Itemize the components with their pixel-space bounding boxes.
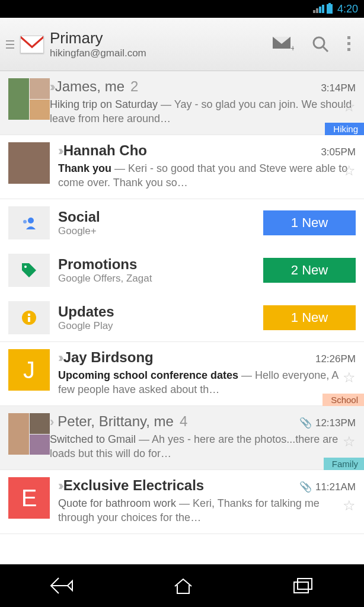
svg-point-9 — [24, 266, 27, 268]
email-thread[interactable]: E ›› Exclusive Electricals 📎11:21AM Quot… — [0, 470, 364, 534]
sender-name: Jay Birdsong — [63, 349, 154, 366]
star-icon[interactable]: ☆ — [343, 162, 356, 179]
category-sub: Google+ — [58, 225, 263, 237]
social-icon — [8, 206, 50, 239]
recents-button[interactable] — [293, 577, 314, 594]
battery-icon — [327, 4, 333, 14]
timestamp: 12:26PM — [315, 353, 356, 365]
subject: Upcoming school conference dates — [58, 369, 238, 381]
android-navbar — [0, 564, 364, 607]
message-count: 4 — [180, 413, 187, 430]
back-button[interactable] — [50, 577, 74, 595]
email-thread[interactable]: ›› Hannah Cho 3:05PM Thank you — Keri - … — [0, 135, 364, 199]
svg-line-3 — [323, 47, 328, 52]
subject: Switched to Gmail — [50, 433, 136, 445]
svg-point-8 — [23, 220, 27, 223]
label-badge[interactable]: Hiking — [325, 123, 364, 135]
category-updates[interactable]: UpdatesGoogle Play 1 New — [0, 294, 364, 341]
subject: Thank you — [58, 162, 111, 174]
star-icon[interactable]: ☆ — [343, 369, 356, 386]
label-badge[interactable]: Family — [324, 458, 364, 470]
category-title: Updates — [58, 304, 263, 320]
avatar[interactable] — [8, 142, 50, 184]
category-sub: Google Offers, Zagat — [58, 273, 263, 285]
message-count: 2 — [130, 78, 138, 95]
subject: Hiking trip on Saturday — [50, 98, 158, 110]
category-promotions[interactable]: PromotionsGoogle Offers, Zagat 2 New — [0, 247, 364, 294]
svg-text:+: + — [290, 43, 294, 52]
account-email[interactable]: hikingfan@gmail.com — [50, 47, 273, 59]
category-sub: Google Play — [58, 320, 263, 332]
new-badge: 1 New — [263, 305, 356, 330]
compose-icon[interactable]: + — [273, 37, 294, 52]
status-bar: 4:20 — [0, 0, 364, 18]
timestamp: 📎11:21AM — [299, 481, 356, 493]
svg-rect-6 — [347, 48, 350, 51]
menu-icon[interactable] — [6, 40, 17, 49]
label-badge[interactable]: School — [323, 394, 364, 406]
importance-marker-icon[interactable]: ›› — [58, 478, 61, 494]
timestamp: 📎12:13PM — [299, 417, 356, 429]
svg-rect-12 — [28, 317, 30, 322]
svg-rect-13 — [294, 582, 308, 593]
email-thread[interactable]: J ›› Jay Birdsong 12:26PM Upcoming schoo… — [0, 342, 364, 406]
signal-icon — [313, 5, 324, 13]
search-icon[interactable] — [312, 36, 330, 53]
email-thread[interactable]: ›› James, me 2 3:14PM Hiking trip on Sat… — [0, 71, 364, 135]
message-list[interactable]: ›› James, me 2 3:14PM Hiking trip on Sat… — [0, 71, 364, 564]
importance-marker-icon[interactable]: ›› — [58, 143, 61, 159]
gmail-icon — [20, 36, 44, 53]
updates-icon — [8, 301, 50, 334]
category-title: Social — [58, 209, 263, 225]
svg-rect-11 — [28, 314, 30, 316]
promotions-icon — [8, 254, 50, 287]
importance-marker-icon[interactable]: ›› — [50, 79, 53, 95]
svg-rect-14 — [298, 579, 312, 589]
inbox-category-title[interactable]: Primary — [50, 29, 273, 47]
home-button[interactable] — [173, 577, 194, 595]
category-title: Promotions — [58, 256, 263, 273]
subject: Quote for bathroom work — [58, 497, 176, 509]
new-badge: 1 New — [263, 210, 356, 235]
importance-marker-icon[interactable]: › — [50, 414, 54, 430]
sender-name: Exclusive Electricals — [63, 477, 205, 494]
timestamp: 3:05PM — [321, 146, 356, 158]
avatar[interactable]: J — [8, 349, 50, 391]
importance-marker-icon[interactable]: ›› — [58, 350, 61, 366]
star-icon[interactable]: ☆ — [343, 433, 356, 450]
status-clock: 4:20 — [337, 3, 358, 15]
attachment-icon: 📎 — [299, 417, 312, 429]
category-social[interactable]: SocialGoogle+ 1 New — [0, 199, 364, 247]
svg-point-2 — [314, 37, 324, 48]
avatar[interactable]: E — [8, 477, 50, 519]
app-header: Primary hikingfan@gmail.com + — [0, 18, 364, 71]
star-icon[interactable]: ☆ — [343, 497, 356, 514]
sender-name: Hannah Cho — [63, 142, 147, 159]
email-thread[interactable]: › Peter, Brittany, me 4 📎12:13PM Switche… — [0, 406, 364, 470]
sender-name: Peter, Brittany, me — [58, 413, 174, 430]
avatar[interactable] — [8, 78, 50, 120]
attachment-icon: 📎 — [299, 481, 312, 493]
category-section: SocialGoogle+ 1 New PromotionsGoogle Off… — [0, 199, 364, 342]
svg-point-7 — [28, 218, 34, 223]
overflow-menu-icon[interactable] — [347, 36, 352, 53]
timestamp: 3:14PM — [321, 82, 356, 94]
new-badge: 2 New — [263, 258, 356, 283]
sender-name: James, me — [55, 78, 124, 95]
avatar[interactable] — [8, 413, 50, 455]
svg-rect-5 — [347, 42, 350, 45]
svg-rect-4 — [347, 36, 350, 39]
star-icon[interactable]: ☆ — [343, 98, 356, 115]
